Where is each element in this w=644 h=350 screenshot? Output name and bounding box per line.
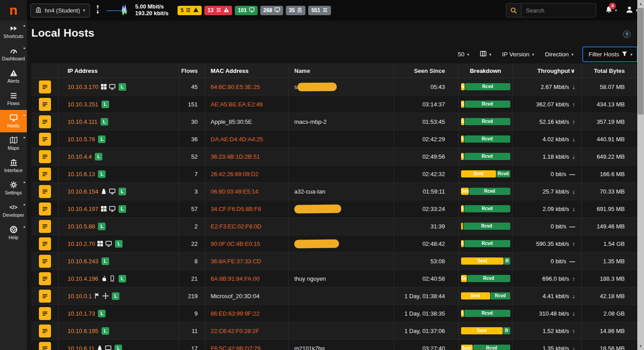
cell-seen-since: 03:14:37 [394,96,458,113]
row-menu-button[interactable] [39,150,51,163]
sidebar-item-developer[interactable]: </>Developer▸ [0,199,27,222]
ip-version-dropdown[interactable]: IP Version ▾ [498,48,539,60]
mac-address-link[interactable]: 22:C6:42:F0:28:2F [211,328,259,334]
user-menu[interactable]: ▾ [626,6,638,15]
row-menu-button[interactable] [39,220,51,233]
page-size-dropdown[interactable]: 50 ▾ [453,48,474,60]
search-icon[interactable] [506,3,521,17]
sidebar-item-interface[interactable]: Interface [0,155,27,177]
row-menu-button[interactable] [39,307,51,320]
column-header-total-bytes[interactable]: Total Bytes [581,63,637,78]
row-menu-button[interactable] [39,290,51,303]
scrollbar-down-arrow[interactable]: ▼ [637,344,644,348]
columns-dropdown[interactable]: ▾ [475,48,496,61]
host-ip-link[interactable]: 10.10.0.1 [68,293,92,299]
mac-address-link[interactable]: 34:CF:F6:D5:8B:F8 [211,206,261,212]
mac-address-link[interactable]: 64:6C:80:E5:3E:25 [211,84,260,90]
cell-menu [31,322,58,339]
host-ip-link[interactable]: 10.10.4.4 [68,153,92,160]
status-badge[interactable]: 13 [204,6,232,15]
host-ip-link[interactable]: 10.10.6.195 [68,328,98,334]
row-menu-button[interactable] [39,272,51,285]
scrollbar-up-arrow[interactable]: ▲ [637,2,644,6]
column-header-mac-address[interactable]: MAC Address [205,63,288,78]
sidebar-item-alerts[interactable]: Alerts [0,65,27,88]
column-header-breakdown[interactable]: Breakdown [458,63,512,78]
status-badge[interactable]: 101 [235,6,258,15]
row-menu-button[interactable] [39,168,51,181]
host-ip-link[interactable]: 10.10.5.88 [68,223,95,230]
notifications-menu[interactable]: 3 ▾ [605,6,617,15]
host-ip-link[interactable]: 10.10.3.170 [68,84,98,90]
host-ip-link[interactable]: 10.10.6.11 [68,345,94,350]
sidebar-item-settings[interactable]: Settings▸ [0,177,27,199]
sidebar-item-shortcuts[interactable]: Shortcuts▸ [0,21,27,43]
column-header-seen-since[interactable]: Seen Since [394,63,458,78]
help-icon[interactable]: ? [623,30,631,38]
column-header-ip-address[interactable]: IP Address [58,63,179,78]
row-menu-button[interactable] [39,98,51,111]
mac-address-link[interactable]: 06:80:03:49:E5:14 [211,188,258,195]
host-ip-link[interactable]: 10.10.3.251 [68,101,98,108]
host-ip-link[interactable]: 10.10.4.196 [68,275,98,282]
cell-menu [31,218,58,235]
row-menu-button[interactable] [39,237,51,250]
row-menu-button[interactable] [39,115,51,128]
mac-address-link[interactable]: 66:ED:63:99:9F:22 [211,310,259,317]
host-ip-link[interactable]: 10.10.2.70 [68,240,95,247]
mac-address-link[interactable]: DA:AE:D4:4D:A4:25 [211,136,263,143]
monitor-icon [105,345,111,350]
status-badge[interactable]: 268 [260,6,283,15]
sidebar-item-dashboard[interactable]: Dashboard▸ [0,43,27,65]
row-menu-button[interactable] [39,342,51,350]
direction-label: Direction [545,51,568,58]
sidebar-item-help[interactable]: Help▸ [0,222,27,244]
column-header-name[interactable]: Name [288,63,394,78]
mac-address-link[interactable]: AE:A5:BE:EA:E2:49 [211,101,263,108]
status-badge[interactable]: 551 [308,6,331,15]
mac-address-link[interactable]: 36:8A:FE:37:33:CD [211,258,261,265]
cell-name [288,200,394,217]
row-menu-button[interactable] [39,185,51,198]
mac-address-link[interactable]: 26:42:26:69:09:D2 [211,171,258,177]
host-ip-link[interactable]: 10.10.6.154 [68,188,98,195]
vertical-scrollbar[interactable]: ▲ ▼ [637,0,644,350]
host-ip-link[interactable]: 10.10.5.78 [68,136,95,143]
mac-address-link[interactable]: 36:23:4B:1D:2B:51 [211,153,260,160]
sidebar-item-flows[interactable]: Flows [0,88,27,110]
redacted-name-blob [297,82,336,91]
column-header-throughput[interactable]: Throughput∨ [512,63,581,78]
host-ip-link[interactable]: 10.10.1.73 [68,310,95,317]
row-menu-button[interactable] [39,325,51,337]
row-menu-button[interactable] [39,80,51,93]
host-ip-link[interactable]: 10.10.6.243 [68,258,98,265]
status-badge[interactable]: 5 [178,6,202,15]
cell-flows: 9 [179,305,205,322]
sidebar-item-hosts[interactable]: Hosts▸ [0,110,27,132]
sidebar-item-label: Hosts [8,123,20,128]
mac-address-link[interactable]: 6A:8B:91:84:FA:00 [211,275,259,282]
host-ip-link[interactable]: 10.10.4.111 [68,118,97,125]
interface-selector[interactable]: hn4 (Student) ▾ [30,4,90,17]
row-menu-button[interactable] [39,133,51,146]
mac-address-link[interactable]: 90:0F:0C:4B:E0:15 [211,240,260,247]
search-input[interactable] [521,3,596,17]
rcvd-segment: Rcvd [464,205,510,212]
mac-address-link[interactable]: F6:5C:42:8B:D7:79 [211,345,260,350]
host-ip-link[interactable]: 10.10.6.13 [68,171,95,177]
host-ip-link[interactable]: 10.10.4.197 [68,206,98,212]
ntopng-logo[interactable]: n [0,0,27,21]
column-header-flows[interactable]: Flows [179,63,205,78]
status-badge[interactable]: 35 [286,6,305,15]
cell-mac-address: 64:6C:80:E5:3E:25 [205,78,288,95]
chevron-down-icon: ▾ [83,8,85,13]
column-header-menu[interactable] [31,63,58,78]
mac-address-link[interactable]: E2:F3:EC:02:F8:0D [211,223,261,230]
sidebar-item-maps[interactable]: Maps▸ [0,132,27,155]
scrollbar-thumb[interactable] [638,8,644,114]
direction-dropdown[interactable]: Direction ▾ [540,48,578,60]
filter-hosts-dropdown[interactable]: Filter Hosts ▾ [585,49,633,60]
cell-ip-address: 10.10.5.88L [58,218,179,235]
row-menu-button[interactable] [39,255,51,268]
row-menu-button[interactable] [39,202,51,215]
